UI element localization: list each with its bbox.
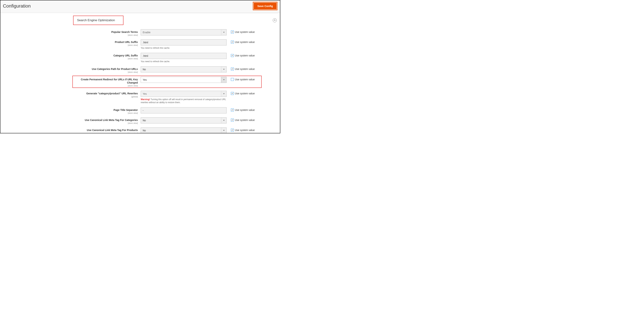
field-canonical-categories: Use Canonical Link Meta Tag For Categori… [73, 117, 278, 124]
field-scope: [store view] [73, 58, 138, 60]
field-label-col: Create Permanent Redirect for URLs if UR… [73, 77, 141, 87]
field-scope: [global] [73, 96, 138, 98]
checkbox-icon [231, 40, 234, 44]
field-scope: [store view] [73, 85, 138, 87]
use-system-value[interactable]: Use system value [227, 107, 254, 112]
chevron-down-icon [221, 91, 226, 97]
field-page-title-separator: Page Title Separator [store view] - Use … [73, 106, 278, 114]
field-popular-search-terms: Popular Search Terms [store view] Enable… [73, 28, 278, 36]
field-label-col: Page Title Separator [store view] [73, 107, 141, 114]
field-control: Enable [141, 29, 227, 36]
field-create-permanent-redirect: Create Permanent Redirect for URLs if UR… [72, 76, 262, 88]
field-use-categories-path: Use Categories Path for Product URLs [st… [73, 66, 278, 74]
field-control: - [141, 107, 227, 114]
sys-label: Use system value [235, 30, 254, 34]
generate-rewrites-select[interactable]: Yes [141, 91, 226, 97]
field-product-url-suffix: Product URL Suffix [store view] .html Yo… [73, 39, 278, 50]
page-title-separator-input[interactable]: - [141, 107, 226, 114]
use-system-value[interactable]: Use system value [227, 29, 254, 34]
use-system-value[interactable]: Use system value [227, 77, 254, 81]
checkbox-icon [231, 68, 234, 70]
field-label: Page Title Separator [114, 108, 138, 112]
field-scope: [store view] [73, 34, 138, 36]
field-category-url-suffix: Category URL Suffix [store view] .html Y… [73, 52, 278, 64]
sys-label: Use system value [235, 92, 254, 95]
field-label-col: Category URL Suffix [store view] [73, 53, 141, 60]
field-label-col: Use Canonical Link Meta Tag For Categori… [73, 117, 141, 124]
field-canonical-products: Use Canonical Link Meta Tag For Products… [73, 127, 278, 133]
field-control: .html You need to refresh the cache. [141, 39, 227, 50]
chevron-down-icon [221, 30, 226, 35]
page-title: Configuration [3, 3, 31, 9]
chevron-down-icon [221, 128, 226, 133]
field-label-col: Use Canonical Link Meta Tag For Products… [73, 128, 141, 133]
create-redirect-select[interactable]: Yes [141, 77, 226, 83]
use-system-value[interactable]: Use system value [227, 128, 254, 132]
select-value: Yes [141, 78, 221, 81]
seo-section: Search Engine Optimization Popular Searc… [0, 13, 280, 133]
field-scope: [store view] [73, 122, 138, 124]
field-scope: [store view] [73, 132, 138, 134]
field-label-col: Generate "category/product" URL Rewrites… [73, 91, 141, 98]
field-note: You need to refresh the cache. [141, 46, 227, 50]
checkbox-icon [231, 129, 234, 132]
field-label: Use Canonical Link Meta Tag For Products [87, 129, 138, 132]
field-label: Create Permanent Redirect for URLs if UR… [81, 78, 138, 84]
field-control: No [141, 128, 227, 133]
sys-label: Use system value [235, 40, 254, 44]
use-system-value[interactable]: Use system value [227, 91, 254, 95]
checkbox-icon [231, 118, 234, 122]
warning-prefix: Warning! [141, 98, 150, 101]
canonical-categories-select[interactable]: No [141, 117, 226, 124]
field-control: Yes Warning! Turning this option off wil… [141, 91, 227, 104]
select-value: Enable [141, 31, 221, 34]
field-control: Yes [141, 77, 227, 83]
field-generate-url-rewrites: Generate "category/product" URL Rewrites… [73, 90, 278, 104]
field-label-col: Use Categories Path for Product URLs [st… [73, 66, 141, 73]
save-config-button[interactable]: Save Config [254, 3, 276, 9]
fields-container: Popular Search Terms [store view] Enable… [73, 28, 278, 133]
config-page: Configuration Save Config Search Engine … [0, 0, 280, 133]
canonical-products-select[interactable]: No [141, 128, 226, 133]
field-control: No [141, 66, 227, 72]
checkbox-icon [231, 92, 234, 95]
select-value: No [141, 68, 221, 71]
chevron-down-icon [221, 118, 226, 123]
field-label-col: Popular Search Terms [store view] [73, 29, 141, 36]
sys-label: Use system value [235, 108, 254, 112]
checkbox-icon [231, 54, 234, 57]
field-label: Use Canonical Link Meta Tag For Categori… [85, 118, 138, 122]
field-note: Warning! Turning this option off will re… [141, 98, 227, 104]
warning-text: Turning this option off will result in p… [141, 98, 226, 104]
page-header: Configuration Save Config [0, 0, 280, 13]
field-label-col: Product URL Suffix [store view] [73, 39, 141, 46]
category-url-suffix-input[interactable]: .html [141, 53, 226, 59]
field-scope: [store view] [73, 44, 138, 46]
field-label: Generate "category/product" URL Rewrites [86, 92, 138, 95]
field-label: Product URL Suffix [115, 40, 138, 44]
checkbox-icon [231, 108, 234, 112]
field-label: Category URL Suffix [114, 54, 138, 57]
popular-search-terms-select[interactable]: Enable [141, 29, 226, 36]
section-header[interactable]: Search Engine Optimization [73, 13, 278, 28]
field-scope: [store view] [73, 71, 138, 73]
checkbox-icon [231, 78, 234, 81]
product-url-suffix-input[interactable]: .html [141, 39, 226, 46]
use-system-value[interactable]: Use system value [227, 66, 254, 70]
sys-label: Use system value [235, 129, 254, 132]
checkbox-icon [231, 30, 234, 34]
use-categories-path-select[interactable]: No [141, 66, 226, 72]
select-value: No [141, 119, 221, 122]
chevron-down-icon [221, 77, 226, 83]
field-control: .html You need to refresh the cache. [141, 53, 227, 63]
select-value: No [141, 129, 221, 132]
collapse-icon[interactable] [273, 18, 277, 22]
use-system-value[interactable]: Use system value [227, 117, 254, 122]
field-label: Popular Search Terms [111, 30, 138, 34]
use-system-value[interactable]: Use system value [227, 39, 254, 44]
select-value: Yes [141, 92, 221, 95]
use-system-value[interactable]: Use system value [227, 53, 254, 57]
sys-label: Use system value [235, 68, 254, 70]
save-highlight-frame: Save Config [253, 2, 278, 10]
field-note: You need to refresh the cache. [141, 60, 227, 63]
